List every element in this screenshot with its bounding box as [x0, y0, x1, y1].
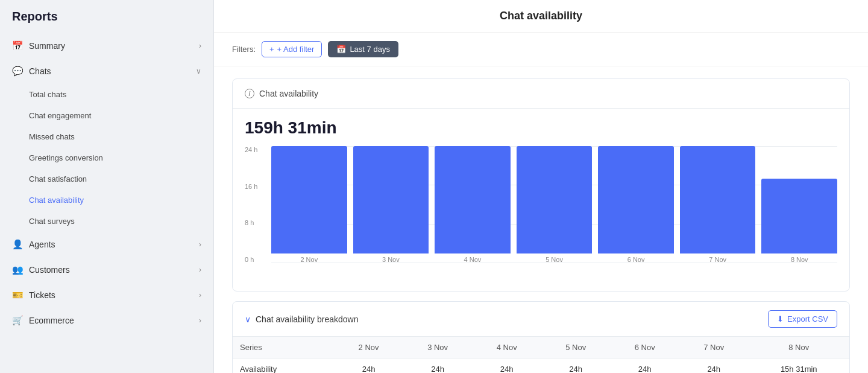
table-cell-value: 24h: [403, 359, 473, 374]
export-label: Export CSV: [787, 314, 828, 324]
bar-group: 2 Nov: [271, 146, 347, 263]
bar-label: 3 Nov: [382, 256, 400, 263]
date-filter-button[interactable]: 📅 Last 7 days: [328, 41, 398, 57]
main-content: Chat availability Filters: + + Add filte…: [214, 0, 868, 373]
bar-group: 3 Nov: [353, 146, 429, 263]
chevron-right-icon: ›: [199, 240, 201, 249]
chart-card-header: i Chat availability: [233, 79, 849, 109]
add-filter-label: + Add filter: [277, 45, 315, 54]
bar[interactable]: [353, 146, 429, 253]
chevron-right-icon: ›: [199, 316, 201, 325]
sidebar-item-greetings-conversion[interactable]: Greetings conversion: [29, 147, 213, 168]
sidebar-item-label: Chats: [29, 66, 51, 76]
calendar-icon: 📅: [12, 40, 23, 51]
sidebar-item-chat-engagement[interactable]: Chat engagement: [29, 105, 213, 126]
breakdown-card: ∨ Chat availability breakdown ⬇ Export C…: [232, 301, 850, 373]
bar-label: 8 Nov: [791, 256, 808, 263]
calendar-icon: 📅: [336, 45, 346, 54]
breakdown-title-group: ∨ Chat availability breakdown: [245, 314, 358, 324]
table-cell-series: Availability: [233, 359, 334, 374]
sidebar-item-label: Tickets: [29, 290, 55, 300]
table-header-row: Series2 Nov3 Nov4 Nov5 Nov6 Nov7 Nov8 No…: [233, 337, 849, 359]
download-icon: ⬇: [777, 314, 784, 324]
export-csv-button[interactable]: ⬇ Export CSV: [768, 310, 837, 328]
bar[interactable]: [517, 146, 593, 253]
chevron-right-icon: ›: [199, 42, 201, 50]
y-label-16h: 16 h: [245, 183, 269, 190]
plus-icon: +: [269, 45, 274, 54]
sidebar-item-missed-chats[interactable]: Missed chats: [29, 126, 213, 147]
bar-label: 6 Nov: [627, 256, 645, 263]
table-header-cell: 4 Nov: [472, 337, 541, 359]
sidebar-item-summary[interactable]: 📅 Summary ›: [0, 33, 213, 59]
filters-label: Filters:: [232, 45, 256, 54]
table-header-cell: 5 Nov: [541, 337, 611, 359]
sidebar-item-label: Ecommerce: [29, 316, 74, 325]
sidebar-item-chat-availability[interactable]: Chat availability: [29, 190, 213, 211]
main-header: Chat availability: [214, 0, 868, 33]
bar[interactable]: [598, 146, 674, 253]
filters-bar: Filters: + + Add filter 📅 Last 7 days: [214, 33, 868, 66]
content-area: i Chat availability 159h 31min 24 h 16 h…: [214, 66, 868, 373]
table-header-cell: 7 Nov: [679, 337, 749, 359]
sidebar-item-chat-surveys[interactable]: Chat surveys: [29, 211, 213, 232]
sidebar-item-agents[interactable]: 👤 Agents ›: [0, 232, 213, 257]
chart-title: Chat availability: [259, 89, 318, 98]
chevron-down-icon[interactable]: ∨: [245, 314, 251, 324]
sidebar-item-total-chats[interactable]: Total chats: [29, 84, 213, 105]
bar-group: 8 Nov: [761, 146, 837, 263]
table-header-cell: Series: [233, 337, 334, 359]
table-cell-value: 24h: [679, 359, 749, 374]
bar-label: 2 Nov: [300, 256, 318, 263]
bar-group: 4 Nov: [435, 146, 511, 263]
ecommerce-icon: 🛒: [12, 315, 23, 326]
customers-icon: 👥: [12, 264, 23, 275]
sidebar-item-chats[interactable]: 💬 Chats ∨: [0, 59, 213, 84]
bar[interactable]: [435, 146, 511, 253]
table-header-cell: 3 Nov: [403, 337, 473, 359]
bar-group: 7 Nov: [680, 146, 756, 263]
chats-submenu: Total chats Chat engagement Missed chats…: [0, 84, 213, 232]
page-title: Chat availability: [232, 10, 850, 22]
y-label-24h: 24 h: [245, 146, 269, 153]
y-label-0h: 0 h: [245, 256, 269, 263]
bar-group: 5 Nov: [517, 146, 593, 263]
tickets-icon: 🎫: [12, 290, 23, 301]
bar[interactable]: [680, 146, 756, 253]
date-filter-label: Last 7 days: [350, 45, 390, 54]
info-icon: i: [245, 89, 254, 98]
table-cell-value: 24h: [610, 359, 679, 374]
y-label-8h: 8 h: [245, 219, 269, 226]
table-cell-value: 24h: [334, 359, 403, 374]
table-header-cell: 8 Nov: [749, 337, 849, 359]
bar[interactable]: [271, 146, 347, 253]
table-row: Availability24h24h24h24h24h24h15h 31min: [233, 359, 849, 374]
sidebar-title: Reports: [0, 0, 213, 33]
sidebar-item-label: Summary: [29, 41, 65, 51]
table-header-cell: 6 Nov: [610, 337, 679, 359]
breakdown-title: Chat availability breakdown: [256, 314, 358, 324]
chevron-right-icon: ›: [199, 266, 201, 274]
table-header-cell: 2 Nov: [334, 337, 403, 359]
table-cell-value: 15h 31min: [749, 359, 849, 374]
table-cell-value: 24h: [541, 359, 611, 374]
bar[interactable]: [761, 179, 837, 253]
chart-area: 24 h 16 h 8 h 0 h 2 Nov: [233, 140, 849, 291]
breakdown-table: Series2 Nov3 Nov4 Nov5 Nov6 Nov7 Nov8 No…: [233, 337, 849, 373]
bar-label: 4 Nov: [464, 256, 482, 263]
chat-icon: 💬: [12, 66, 23, 77]
sidebar-item-ecommerce[interactable]: 🛒 Ecommerce ›: [0, 308, 213, 333]
stat-value: 159h 31min: [233, 109, 849, 140]
sidebar-item-label: Customers: [29, 265, 70, 275]
sidebar-item-tickets[interactable]: 🎫 Tickets ›: [0, 282, 213, 308]
table-cell-value: 24h: [472, 359, 541, 374]
sidebar-item-chat-satisfaction[interactable]: Chat satisfaction: [29, 168, 213, 190]
breakdown-header: ∨ Chat availability breakdown ⬇ Export C…: [233, 302, 849, 337]
bar-group: 6 Nov: [598, 146, 674, 263]
chart-card: i Chat availability 159h 31min 24 h 16 h…: [232, 78, 850, 292]
agents-icon: 👤: [12, 239, 23, 250]
sidebar-item-label: Agents: [29, 240, 55, 249]
sidebar: Reports 📅 Summary › 💬 Chats ∨ Total chat…: [0, 0, 214, 373]
add-filter-button[interactable]: + + Add filter: [262, 41, 322, 57]
sidebar-item-customers[interactable]: 👥 Customers ›: [0, 257, 213, 282]
